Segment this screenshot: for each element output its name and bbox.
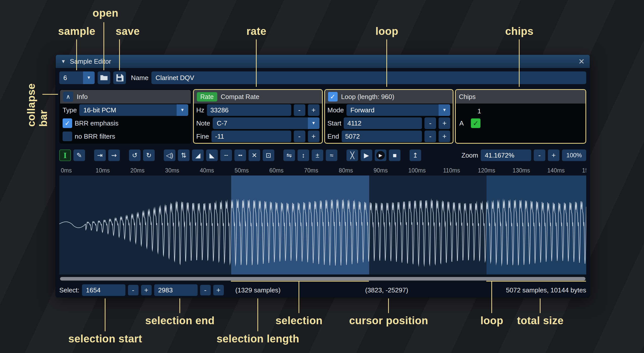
fade-in-button[interactable]: ◢: [192, 149, 204, 161]
invert-button[interactable]: ↕: [298, 149, 309, 161]
hz-plus-button[interactable]: +: [308, 104, 319, 116]
preview-loop-button[interactable]: ▶: [375, 149, 386, 161]
resize-button[interactable]: ⇥: [94, 149, 106, 161]
selection-start-minus-button[interactable]: -: [128, 285, 139, 295]
ruler-label: 40ms: [200, 167, 214, 174]
hz-input[interactable]: [207, 104, 291, 116]
fine-plus-button[interactable]: +: [308, 131, 319, 142]
window-collapse-icon[interactable]: ▼: [61, 59, 66, 64]
fade-out-button[interactable]: ◣: [206, 149, 218, 161]
save-sample-button[interactable]: [113, 71, 126, 84]
delete-button[interactable]: ✕: [249, 149, 260, 161]
zoom-input[interactable]: [481, 149, 531, 161]
annotation-line: [179, 298, 180, 313]
hz-minus-button[interactable]: -: [294, 104, 305, 116]
annotation-line: [105, 298, 105, 331]
selection-end-minus-button[interactable]: -: [200, 285, 211, 295]
loop-end-input[interactable]: [342, 131, 422, 142]
ruler-label: 150ms: [582, 167, 586, 174]
zoom-reset-button[interactable]: 100%: [562, 149, 586, 161]
crossfade-loop-button[interactable]: ╳: [346, 149, 358, 161]
loop-start-minus-button[interactable]: -: [424, 117, 436, 129]
toolbar-icon: ◢: [195, 152, 200, 159]
ruler-label: 90ms: [373, 167, 388, 174]
note-value: C-7: [213, 119, 308, 127]
annotation-line: [257, 298, 258, 331]
chips-column-header: 1: [474, 106, 484, 117]
loop-enable-checkbox[interactable]: ✓: [328, 92, 338, 102]
annotation-rate: rate: [246, 25, 266, 37]
toolbar-icon: ╍: [238, 152, 242, 159]
annotation-open: open: [93, 7, 118, 19]
name-input[interactable]: [151, 71, 586, 84]
redo-button[interactable]: ↻: [143, 149, 155, 161]
no-brr-filters-checkbox[interactable]: [63, 132, 72, 141]
ruler-label: 10ms: [96, 167, 110, 174]
fine-input[interactable]: [211, 131, 291, 142]
chevron-down-icon[interactable]: ▼: [177, 104, 188, 116]
preview-button[interactable]: ▶: [361, 149, 372, 161]
loop-start-plus-button[interactable]: +: [439, 117, 450, 129]
selection-end-input[interactable]: [154, 284, 198, 296]
toolbar-icon: I: [64, 151, 67, 160]
filter-button[interactable]: ≈: [326, 149, 337, 161]
loop-start-input[interactable]: [344, 117, 422, 129]
reverse-button[interactable]: ⇋: [283, 149, 295, 161]
open-sample-button[interactable]: [98, 71, 110, 84]
trim-button[interactable]: ⊡: [263, 149, 274, 161]
fine-label: Fine: [196, 133, 209, 140]
resample-button[interactable]: ⇝: [108, 149, 120, 161]
annotation-loop-region: loop: [480, 315, 503, 327]
stop-preview-button[interactable]: ■: [389, 149, 400, 161]
zoom-in-button[interactable]: +: [548, 149, 559, 161]
insert-silence-button[interactable]: ╌: [220, 149, 232, 161]
fine-minus-button[interactable]: -: [294, 131, 305, 142]
status-bar: Select: - + - + (1329 samples) (3823, -2…: [56, 283, 590, 297]
rate-badge: Rate: [197, 92, 217, 102]
chevron-down-icon[interactable]: ▼: [308, 117, 319, 129]
ruler-label: 140ms: [547, 167, 565, 174]
brr-emphasis-checkbox[interactable]: ✓: [63, 118, 72, 128]
scrollbar-track[interactable]: [59, 276, 586, 281]
loop-end-plus-button[interactable]: +: [439, 131, 450, 142]
loop-header-label: Loop (length: 960): [341, 93, 394, 101]
undo-button[interactable]: ↺: [129, 149, 141, 161]
amplify-button[interactable]: ◁): [164, 149, 175, 161]
annotation-line: [256, 39, 257, 87]
zoom-out-button[interactable]: -: [534, 149, 545, 161]
titlebar: ▼ Sample Editor ✕: [56, 55, 590, 68]
waveform[interactable]: [59, 175, 586, 274]
note-dropdown[interactable]: C-7 ▼: [213, 117, 319, 129]
edit-mode-button[interactable]: I: [59, 149, 71, 161]
waveform-canvas[interactable]: [59, 175, 586, 274]
ruler-label: 70ms: [304, 167, 318, 174]
selection-start-input[interactable]: [82, 284, 125, 296]
type-dropdown[interactable]: 16-bit PCM ▼: [79, 104, 188, 116]
collapse-bar-button[interactable]: ∧: [63, 92, 73, 102]
sign-invert-button[interactable]: ±: [312, 149, 323, 161]
apply-silence-button[interactable]: ╍: [234, 149, 246, 161]
chevron-down-icon[interactable]: ▼: [439, 104, 450, 116]
normalize-button[interactable]: ⇅: [178, 149, 190, 161]
selection-end-plus-button[interactable]: +: [213, 285, 224, 295]
toolbar-icon: ⇥: [97, 152, 103, 159]
loop-end-label: End: [328, 133, 339, 140]
chevron-down-icon[interactable]: ▼: [83, 71, 95, 84]
loop-mode-dropdown[interactable]: Forward ▼: [346, 104, 450, 116]
toolbar-icon: ↥: [413, 152, 418, 159]
close-icon[interactable]: ✕: [578, 57, 585, 66]
chips-panel: Chips 1 A ✓: [455, 89, 586, 144]
selection-length-text: (1329 samples): [235, 286, 281, 294]
chip-enable-checkbox[interactable]: ✓: [471, 118, 480, 128]
rate-panel: Rate Compat Rate Hz - + Note C-7 ▼ Fine …: [193, 89, 323, 144]
selection-start-plus-button[interactable]: +: [141, 285, 152, 295]
loop-end-minus-button[interactable]: -: [424, 131, 436, 142]
hz-label: Hz: [196, 106, 204, 114]
draw-mode-button[interactable]: ✎: [73, 149, 85, 161]
ruler-label: 120ms: [478, 167, 495, 174]
scrollbar-thumb[interactable]: [60, 277, 585, 281]
sample-number-dropdown[interactable]: 6 ▼: [59, 71, 95, 84]
import-button[interactable]: ↥: [410, 149, 421, 161]
annotation-line: [540, 298, 541, 313]
zoom-controls: Zoom - + 100%: [462, 149, 586, 161]
